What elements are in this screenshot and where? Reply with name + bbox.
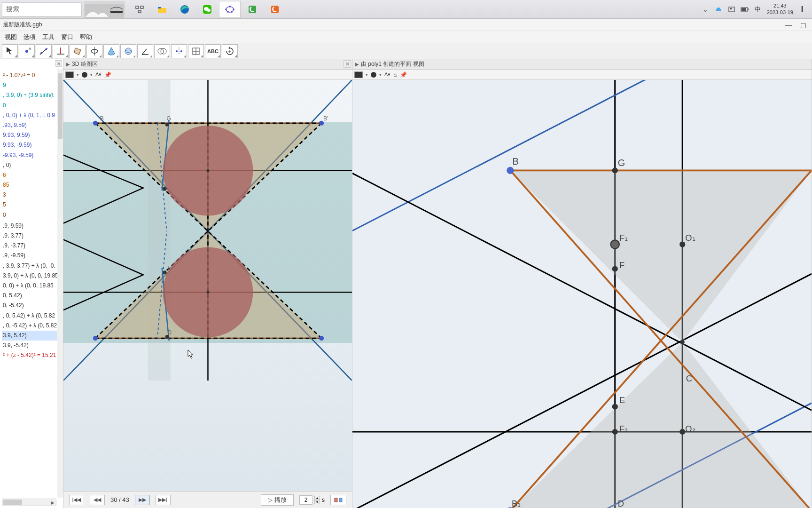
minimize-button[interactable]: — [785, 21, 792, 29]
edge-icon[interactable] [174, 1, 195, 18]
step-forward-button[interactable]: ▶▶ [135, 495, 150, 505]
algebra-item[interactable]: 3.9, 0) + λ (0, 0, 19.85 [2, 271, 61, 281]
camtasia-rec-icon[interactable] [264, 1, 286, 18]
algebra-item[interactable]: 3.9, -5.42) [2, 341, 61, 350]
tool-circle-axis[interactable] [86, 44, 102, 58]
algebra-item[interactable]: .9, 9.59) [2, 221, 61, 231]
menu-tools[interactable]: 工具 [39, 32, 57, 42]
search-input[interactable]: 搜索 [2, 2, 82, 16]
explorer-icon[interactable] [151, 1, 173, 18]
tool-intersect-surfaces[interactable] [154, 44, 170, 58]
algebra-item[interactable]: ² + (z - 5.42)² = 15.21 [2, 350, 61, 360]
repeat-mode-button[interactable] [330, 495, 346, 505]
algebra-item[interactable]: 9.93, 9.59) [2, 130, 61, 140]
algebra-item[interactable]: 5 [2, 200, 61, 210]
svg-point-22 [25, 50, 28, 53]
ime-indicator[interactable]: 中 [754, 5, 762, 14]
svg-text:D: D [168, 329, 172, 336]
taskview-icon[interactable] [129, 1, 150, 18]
color-swatch[interactable] [354, 71, 363, 78]
tool-line[interactable] [36, 44, 52, 58]
label-style[interactable]: A▾ [95, 71, 102, 78]
menu-help[interactable]: 帮助 [77, 32, 95, 42]
speed-input[interactable] [299, 495, 312, 505]
step-first-button[interactable]: |◀◀ [69, 495, 84, 505]
algebra-item[interactable]: 0, -5.42) [2, 301, 61, 310]
pin-icon[interactable]: 📌 [400, 71, 407, 78]
tool-angle[interactable] [137, 44, 153, 58]
algebra-item[interactable]: , 0, 0) + λ (0, 1, ± 0.9 [2, 111, 61, 120]
camtasia-icon[interactable] [242, 1, 263, 18]
maximize-button[interactable]: ▢ [800, 21, 806, 29]
menu-options[interactable]: 选项 [21, 32, 39, 42]
algebra-item[interactable]: 3 [2, 190, 61, 200]
algebra-item[interactable]: , 0) [2, 160, 61, 170]
algebra-item[interactable]: , 3.9, 3.77) + λ (0, -0. [2, 261, 61, 271]
label-style[interactable]: A▾ [384, 71, 390, 78]
geogebra-icon[interactable] [219, 1, 241, 18]
algebra-item[interactable]: 0, 0) + λ (0, 0, 19.85 [2, 281, 61, 291]
algebra-item[interactable]: .9, -9.59) [2, 251, 61, 261]
tool-net[interactable] [188, 44, 204, 58]
tool-polygon[interactable] [70, 44, 86, 58]
scrollbar-horizontal[interactable]: ▶ [2, 499, 56, 506]
play-button[interactable]: ▷ 播放 [261, 494, 294, 506]
chevron-down-icon[interactable]: ⌄ [701, 5, 710, 14]
tool-bar: A ABC [0, 43, 812, 59]
algebra-item[interactable]: , 3.9, 0) + (3.9 sinh(t [2, 90, 61, 100]
scrollbar-vertical[interactable] [57, 69, 63, 498]
cloud-icon[interactable] [714, 5, 723, 14]
algebra-item[interactable]: 0 [2, 101, 61, 111]
step-back-button[interactable]: ◀◀ [90, 495, 105, 505]
window-titlebar: 最新版准线.ggb — ▢ [0, 19, 812, 31]
tool-move[interactable] [2, 44, 18, 58]
tool-perpendicular[interactable] [53, 44, 69, 58]
svg-point-75 [163, 187, 167, 191]
tool-text[interactable]: ABC [205, 44, 221, 58]
speed-down-button[interactable]: ▼ [314, 500, 320, 504]
algebra-item[interactable]: , 0, 5.42) + λ (0, 5.82 [2, 311, 61, 321]
collapse-icon[interactable]: ▶ [66, 62, 70, 67]
svg-text:O₂: O₂ [685, 424, 695, 434]
svg-text:B: B [100, 115, 104, 122]
close-icon[interactable]: ✕ [55, 60, 62, 67]
tool-sphere[interactable] [120, 44, 136, 58]
tool-point[interactable]: A [19, 44, 35, 58]
speed-up-button[interactable]: ▲ [314, 496, 320, 500]
canvas-3d[interactable]: B G B' E D [63, 80, 352, 491]
svg-point-107 [679, 241, 685, 247]
algebra-item[interactable]: 85 [2, 180, 61, 190]
notifications-icon[interactable]: I [798, 5, 806, 14]
tool-rotate-view[interactable] [222, 44, 238, 58]
algebra-item[interactable]: 9 [2, 80, 61, 90]
algebra-item[interactable]: .9, 3.77) [2, 231, 61, 241]
canvas-2d[interactable]: B G F₁ O₁ F C E F₂ O₂ B₁ D [352, 80, 812, 508]
clock[interactable]: 21:43 2023-03-19 [767, 3, 793, 15]
algebra-item[interactable]: .9, -3.77) [2, 241, 61, 251]
collapse-icon[interactable]: ▶ [355, 62, 359, 67]
pin-icon[interactable]: 📌 [104, 71, 111, 78]
battery-icon[interactable] [741, 5, 749, 14]
point-style[interactable] [82, 72, 87, 78]
algebra-item[interactable]: .93, 9.59) [2, 120, 61, 130]
algebra-item[interactable]: 0 [2, 210, 61, 220]
svg-text:E: E [168, 265, 172, 271]
notify-icon[interactable] [727, 5, 736, 14]
point-style[interactable] [371, 72, 376, 78]
close-icon[interactable]: ✕ [344, 60, 351, 68]
algebra-item[interactable]: 9.93, -9.59) [2, 140, 61, 150]
menu-view[interactable]: 视图 [2, 32, 20, 42]
algebra-item[interactable]: 0, 5.42) [2, 291, 61, 301]
color-swatch[interactable] [65, 71, 74, 78]
algebra-item[interactable]: 6 [2, 170, 61, 180]
step-last-button[interactable]: ▶▶| [156, 495, 171, 505]
algebra-item[interactable]: 3.9, 5.42) [2, 331, 61, 341]
algebra-item[interactable]: ² - 1.07z² = 0 [2, 71, 61, 80]
tool-reflect[interactable] [171, 44, 187, 58]
tool-cone[interactable] [103, 44, 119, 58]
menu-window[interactable]: 窗口 [58, 32, 76, 42]
wechat-icon[interactable] [196, 1, 218, 18]
home-icon[interactable]: ⌂ [393, 71, 397, 78]
algebra-item[interactable]: , 0, -5.42) + λ (0, 5.82 [2, 321, 61, 331]
algebra-item[interactable]: -9.93, -9.59) [2, 151, 61, 160]
